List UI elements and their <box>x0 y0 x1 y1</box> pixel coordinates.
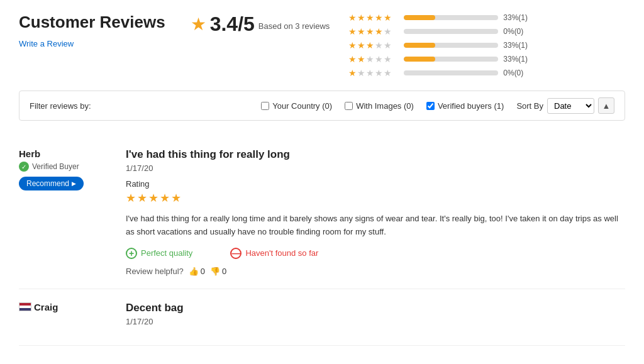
bar-label-2: 33%(1) <box>503 55 528 63</box>
flag-icon <box>19 302 31 311</box>
star-icon: ★ <box>384 68 392 78</box>
verified-buyers-label: Verified buyers (1) <box>438 101 504 111</box>
star-icon: ★ <box>384 13 392 23</box>
bar-track-5 <box>404 15 498 20</box>
your-country-label: Your Country (0) <box>272 101 332 111</box>
reviewer-info: Herb ✓ Verified Buyer Recommend <box>19 148 107 276</box>
big-star-icon: ★ <box>191 14 206 35</box>
filter-bar: Filter reviews by: Your Country (0) With… <box>19 91 625 121</box>
pros-cons: + Perfect quality — Haven't found so far <box>126 248 625 259</box>
stars-5: ★ ★ ★ ★ ★ <box>348 13 399 23</box>
rating-row-4: ★ ★ ★ ★ ★ 0%(0) <box>348 26 528 36</box>
review-item: Herb ✓ Verified Buyer Recommend I've had… <box>19 136 625 289</box>
filter-options: Your Country (0) With Images (0) Verifie… <box>261 97 614 114</box>
bar-fill-3 <box>404 43 435 48</box>
filter-your-country[interactable]: Your Country (0) <box>261 101 332 111</box>
helpful-up-count: 0 <box>201 267 205 276</box>
review-content: I've had this thing for really long 1/17… <box>126 148 625 276</box>
star-icon: ★ <box>375 68 383 78</box>
star-icon: ★ <box>348 40 357 50</box>
star-icon: ★ <box>357 68 365 78</box>
write-review-link[interactable]: Write a Review <box>19 39 74 48</box>
star-icon: ★ <box>348 54 357 64</box>
sort-by-label: Sort By <box>516 101 543 111</box>
star-icon: ★ <box>384 40 392 50</box>
star-icon: ★ <box>375 40 383 50</box>
con-label: Haven't found so far <box>245 248 318 258</box>
star-icon: ★ <box>357 54 365 64</box>
verified-buyer-label: Verified Buyer <box>32 162 79 171</box>
helpful-down-count: 0 <box>222 267 226 276</box>
review-star-icon: ★ <box>126 191 136 205</box>
based-on-label: Based on 3 reviews <box>258 21 330 31</box>
star-icon: ★ <box>384 26 392 36</box>
review-title: I've had this thing for really long <box>126 148 625 161</box>
filter-verified-buyers[interactable]: Verified buyers (1) <box>426 101 504 111</box>
star-icon: ★ <box>366 54 374 64</box>
filter-with-images[interactable]: With Images (0) <box>345 101 414 111</box>
reviewer-name: Craig <box>34 302 58 312</box>
star-icon: ★ <box>348 13 357 23</box>
con-item: — Haven't found so far <box>230 248 318 259</box>
sort-select[interactable]: Date Rating Helpful <box>547 98 594 114</box>
pro-item: + Perfect quality <box>126 248 192 259</box>
star-icon: ★ <box>384 54 392 64</box>
review-star-icon: ★ <box>137 191 147 205</box>
filter-label: Filter reviews by: <box>30 101 91 111</box>
review-star-icon: ★ <box>148 191 158 205</box>
helpful-up-button[interactable]: 👍 0 <box>189 267 205 276</box>
bar-label-1: 0%(0) <box>503 69 523 77</box>
reviewer-name: Herb <box>19 148 107 159</box>
bar-label-4: 0%(0) <box>503 27 523 36</box>
stars-1: ★ ★ ★ ★ ★ <box>348 68 399 78</box>
stars-2: ★ ★ ★ ★ ★ <box>348 54 399 64</box>
helpful-section: Review helpful? 👍 0 👎 0 <box>126 267 625 276</box>
star-icon: ★ <box>348 26 357 36</box>
review-stars: ★ ★ ★ ★ ★ <box>126 191 625 205</box>
review-text: I've had this thing for a really long ti… <box>126 212 625 239</box>
stars-4: ★ ★ ★ ★ ★ <box>348 26 399 36</box>
star-icon: ★ <box>375 54 383 64</box>
review-item: Craig Decent bag 1/17/20 <box>19 289 625 346</box>
page-container: Customer Reviews Write a Review ★ 3.4/5 … <box>0 0 644 358</box>
review-date: 1/17/20 <box>126 317 625 326</box>
star-icon: ★ <box>366 26 374 36</box>
thumbs-down-icon: 👎 <box>210 267 220 276</box>
bar-track-3 <box>404 43 498 48</box>
recommend-badge: Recommend <box>19 177 84 190</box>
bar-track-4 <box>404 29 498 34</box>
rating-bars: ★ ★ ★ ★ ★ 33%(1) ★ ★ ★ <box>348 13 528 78</box>
verified-check-icon: ✓ <box>19 162 29 172</box>
verified-buyers-checkbox[interactable] <box>426 102 435 110</box>
reviews-list: Herb ✓ Verified Buyer Recommend I've had… <box>19 136 625 346</box>
thumbs-up-icon: 👍 <box>189 267 199 276</box>
with-images-label: With Images (0) <box>356 101 414 111</box>
with-images-checkbox[interactable] <box>345 102 353 110</box>
your-country-checkbox[interactable] <box>261 102 269 110</box>
star-icon: ★ <box>357 13 365 23</box>
review-star-icon: ★ <box>160 191 170 205</box>
sort-direction-button[interactable]: ▲ <box>598 97 614 114</box>
verified-buyer-badge: ✓ Verified Buyer <box>19 162 107 172</box>
bar-label-3: 33%(1) <box>503 41 528 50</box>
star-icon: ★ <box>375 13 383 23</box>
review-star-icon: ★ <box>171 191 181 205</box>
left-header: Customer Reviews Write a Review <box>19 13 165 48</box>
star-icon: ★ <box>375 26 383 36</box>
helpful-label: Review helpful? <box>126 267 184 276</box>
rating-row-2: ★ ★ ★ ★ ★ 33%(1) <box>348 54 528 64</box>
star-icon: ★ <box>348 68 357 78</box>
star-icon: ★ <box>357 26 365 36</box>
review-title: Decent bag <box>126 302 625 314</box>
review-content: Decent bag 1/17/20 <box>126 302 625 333</box>
pro-icon: + <box>126 248 137 259</box>
star-icon: ★ <box>366 40 374 50</box>
rating-row-1: ★ ★ ★ ★ ★ 0%(0) <box>348 68 528 78</box>
helpful-down-button[interactable]: 👎 0 <box>210 267 226 276</box>
reviewer-info: Craig <box>19 302 107 333</box>
con-icon: — <box>230 248 242 259</box>
sort-section: Sort By Date Rating Helpful ▲ <box>516 97 614 114</box>
pro-label: Perfect quality <box>141 248 192 258</box>
star-icon: ★ <box>366 13 374 23</box>
bar-track-2 <box>404 57 498 62</box>
